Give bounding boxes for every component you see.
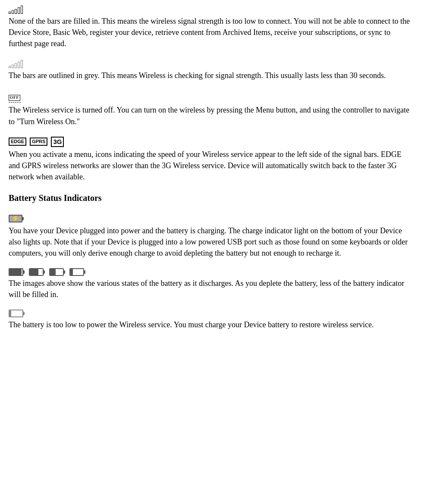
- gprs-icon: GPRS: [30, 138, 47, 146]
- checking-signal-text: The bars are outlined in grey. This mean…: [9, 70, 412, 81]
- battery-low-text: The battery is too low to power the Wire…: [9, 319, 412, 330]
- battery-discharge-icon-row: [9, 268, 412, 276]
- network-icons-row: EDGE GPRS 3G: [9, 137, 412, 147]
- battery-discharge-section: The images above show the various states…: [9, 268, 412, 300]
- off-icon: OFF: [9, 91, 21, 103]
- battery-charging-icon-row: ⚡: [9, 214, 412, 223]
- checking-signal-icon-row: [9, 59, 412, 68]
- no-signal-icon-row: [9, 4, 412, 14]
- battery-charging-section: ⚡ You have your Device plugged into powe…: [9, 214, 412, 259]
- off-dashes: [9, 102, 21, 103]
- battery-low-icon-row: [9, 310, 412, 317]
- battery-full-icon: [9, 268, 25, 276]
- battery-charging-icon: ⚡: [9, 214, 25, 223]
- battery-low-icon: [9, 310, 25, 317]
- no-signal-section: None of the bars are filled in. This mea…: [9, 4, 412, 49]
- edge-icon: EDGE: [9, 138, 26, 146]
- off-text-label: OFF: [9, 95, 20, 101]
- 3g-icon: 3G: [51, 137, 64, 147]
- battery-discharge-text: The images above show the various states…: [9, 278, 412, 300]
- battery-heading: Battery Status Indicators: [9, 192, 412, 204]
- network-speed-text: When you activate a menu, icons indicati…: [9, 149, 412, 182]
- battery-heading-section: Battery Status Indicators: [9, 192, 412, 204]
- wireless-off-section: OFF The Wireless service is turned off. …: [9, 91, 412, 127]
- checking-signal-section: The bars are outlined in grey. This mean…: [9, 59, 412, 81]
- wireless-off-text: The Wireless service is turned off. You …: [9, 104, 412, 127]
- battery-three-quarter-icon: [29, 268, 45, 276]
- no-signal-text: None of the bars are filled in. This mea…: [9, 16, 412, 49]
- battery-charging-text: You have your Device plugged into power …: [9, 225, 412, 259]
- battery-half-icon: [49, 268, 65, 276]
- checking-signal-icon: [9, 59, 23, 68]
- network-speed-section: EDGE GPRS 3G When you activate a menu, i…: [9, 137, 412, 182]
- battery-low-section: The battery is too low to power the Wire…: [9, 310, 412, 330]
- no-signal-icon: [9, 4, 23, 14]
- wireless-off-icon-row: OFF: [9, 91, 412, 103]
- battery-quarter-icon: [69, 268, 85, 276]
